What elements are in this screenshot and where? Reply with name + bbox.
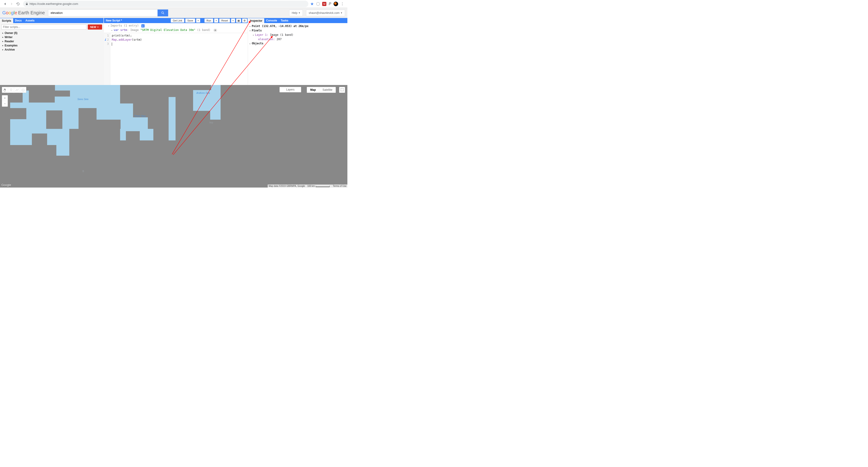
caret-down-icon: ▼ [232, 20, 234, 22]
save-button[interactable]: Save [185, 19, 195, 23]
tab-assets[interactable]: Assets [24, 18, 36, 23]
sea-label: Timor Sea [134, 115, 146, 117]
search-button[interactable] [157, 9, 168, 17]
map-tile [10, 145, 56, 156]
editor-panel: New Script * Get Link Save ▼ Run ▼ Reset… [104, 18, 248, 85]
caret-right-icon: ▸ [111, 28, 114, 32]
account-button[interactable]: shaun@shaunlevick.com ▼ [306, 10, 345, 16]
imports-badge-icon[interactable] [142, 24, 145, 28]
map-tile [126, 131, 140, 141]
script-title: New Script * [104, 18, 124, 23]
scale-bar-icon [316, 186, 330, 187]
tab-inspector[interactable]: Inspector [248, 18, 264, 23]
map-tile [176, 111, 210, 141]
help-button[interactable]: Help ▼ [289, 10, 303, 16]
caret-right-icon: ▸ [2, 40, 5, 42]
imports-section[interactable]: ▾Imports (1 entry) ▸var srtm: Image "SRT… [104, 23, 248, 33]
get-link-button[interactable]: Get Link [171, 19, 184, 23]
attrib-data: Map data ©2019 GBRMPA, Google [269, 185, 305, 187]
tab-console[interactable]: Console [264, 18, 279, 23]
caret-right-icon[interactable]: ▸ [249, 24, 252, 28]
line-tool[interactable] [14, 87, 20, 93]
save-dropdown[interactable]: ▼ [196, 19, 200, 23]
search-bar [48, 9, 168, 17]
tree-item-writer[interactable]: ▸Writer [1, 35, 102, 39]
layers-button[interactable]: Layers [279, 87, 301, 92]
attrib-scale-label: 100 km [307, 185, 315, 187]
browser-toolbar: https://code.earthengine.google.com ★ M … [0, 0, 347, 8]
filter-scripts-input[interactable] [1, 25, 86, 30]
sea-label: Savu Sea [78, 98, 89, 100]
google-map-logo: Google [1, 183, 11, 187]
new-script-button[interactable]: NEW ▼ [88, 25, 102, 30]
apps-grid-button[interactable]: ▦ [236, 19, 241, 23]
zoom-out-button[interactable]: − [2, 101, 8, 106]
extension-mendeley-icon[interactable]: M [322, 2, 327, 6]
map-tiles-layer [0, 85, 347, 188]
code-line: print(srtm); [112, 33, 248, 38]
zoom-in-button[interactable]: + [2, 95, 8, 101]
caret-down-icon: ▼ [215, 20, 217, 22]
search-input[interactable] [48, 9, 157, 17]
new-label: NEW [90, 26, 96, 28]
tree-item-reader[interactable]: ▸Reader [1, 39, 102, 43]
caret-right-icon[interactable]: ▸ [249, 41, 252, 46]
scripts-panel: Scripts Docs Assets NEW ▼ ▸Owner (5) ▸Wr… [0, 18, 104, 85]
gee-logo[interactable]: Google Earth Engine [2, 10, 45, 15]
attrib-terms[interactable]: Terms of Use [333, 185, 346, 187]
map-canvas[interactable]: Savu SeaTimor SeaArafura Sea buyB + − La… [0, 85, 347, 188]
back-button[interactable] [2, 1, 8, 7]
bookmark-star-icon[interactable]: ★ [310, 1, 314, 6]
city-label: B [83, 170, 84, 173]
code-editor[interactable]: 1 i2 3 print(srtm);Map.addLayer(srtm) [104, 33, 248, 85]
reset-button[interactable]: Reset [219, 19, 230, 23]
tree-item-owner[interactable]: ▸Owner (5) [1, 31, 102, 35]
maptype-control: Map Satellite [307, 87, 336, 93]
tree-item-archive[interactable]: ▸Archive [1, 48, 102, 52]
tab-tasks[interactable]: Tasks [279, 18, 290, 23]
settings-button[interactable]: ⚙ [242, 19, 247, 23]
marker-tool[interactable] [8, 87, 14, 93]
map-tile [0, 102, 10, 156]
extension-circle-icon[interactable] [316, 2, 320, 6]
code-area[interactable]: print(srtm);Map.addLayer(srtm) [111, 33, 248, 85]
code-line [112, 42, 248, 46]
reload-button[interactable] [15, 1, 21, 7]
map-tile [55, 91, 70, 97]
chrome-menu-icon[interactable]: ⋮ [340, 2, 344, 6]
maptype-map[interactable]: Map [307, 87, 319, 93]
marker-icon [9, 88, 13, 92]
hand-icon [3, 88, 7, 92]
visibility-icon[interactable] [213, 29, 217, 32]
zoom-control: + − [2, 95, 8, 107]
map-tile [243, 141, 267, 147]
line-gutter: 1 i2 3 [104, 33, 111, 85]
lock-icon [25, 2, 28, 5]
map-tile [176, 97, 193, 111]
reset-dropdown[interactable]: ▼ [231, 19, 235, 23]
extension-p-icon[interactable]: P [329, 2, 331, 6]
caret-right-icon: ▸ [2, 32, 5, 34]
caret-down-icon[interactable]: ▾ [249, 29, 252, 33]
polygon-tool[interactable] [20, 87, 26, 93]
map-tile [79, 108, 97, 129]
tab-scripts[interactable]: Scripts [0, 18, 13, 23]
run-button[interactable]: Run [205, 19, 213, 23]
sea-label: Arafura Sea [196, 91, 210, 94]
address-bar[interactable]: https://code.earthengine.google.com [23, 1, 308, 7]
tree-item-examples[interactable]: ▸Examples [1, 43, 102, 48]
forward-button[interactable] [8, 1, 15, 7]
pan-hand-tool[interactable] [2, 87, 8, 93]
fullscreen-button[interactable] [339, 87, 345, 93]
inspector-point: Point (132.678, -14.853) at 2Km/px [252, 25, 309, 28]
gee-logo-text: Earth Engine [18, 10, 45, 15]
caret-down-icon[interactable]: ▾ [253, 33, 255, 37]
tab-docs[interactable]: Docs [13, 18, 24, 23]
caret-down-icon: ▼ [197, 20, 199, 22]
profile-avatar[interactable] [334, 2, 338, 6]
maptype-satellite[interactable]: Satellite [319, 87, 336, 93]
run-dropdown[interactable]: ▼ [214, 19, 218, 23]
caret-down-icon: ▼ [340, 12, 343, 14]
inspector-body: ▸Point (132.678, -14.853) at 2Km/px ▾Pix… [248, 23, 347, 85]
city-label: buy [210, 121, 213, 124]
